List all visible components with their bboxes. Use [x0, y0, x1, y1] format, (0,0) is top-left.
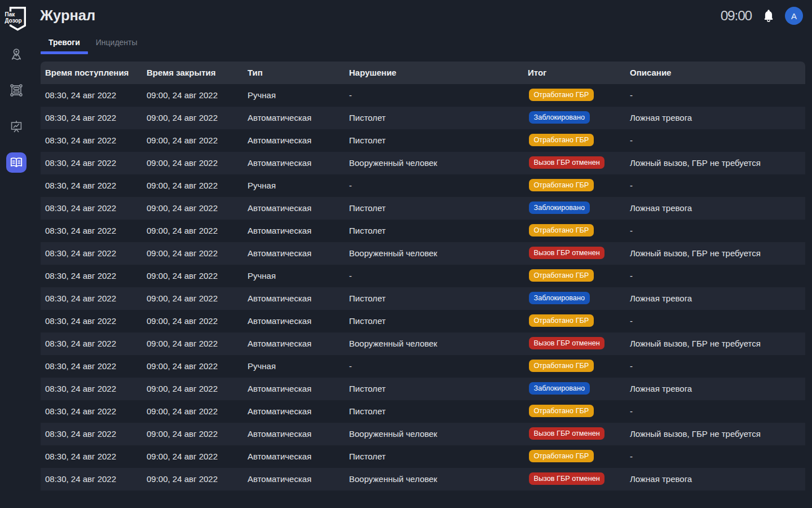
svg-text:Дозор: Дозор [5, 17, 22, 24]
svg-text:Пак: Пак [5, 11, 16, 17]
